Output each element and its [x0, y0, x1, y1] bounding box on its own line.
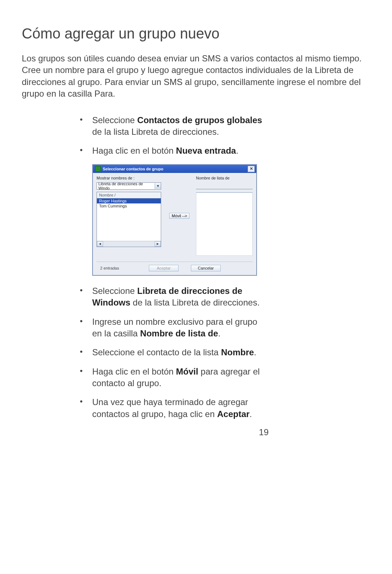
scroll-right-icon[interactable]: ► — [155, 241, 161, 247]
bullet-2: • Haga clic en el botón Nueva entrada. — [80, 145, 269, 157]
bullet-4: • Ingrese un nombre exclusivo para el gr… — [80, 316, 269, 340]
scroll-left-icon[interactable]: ◄ — [97, 241, 103, 247]
cancel-button[interactable]: Cancelar — [191, 265, 221, 271]
label-show-names: Mostrar nombres de : — [97, 176, 161, 180]
list-item[interactable]: Roger Hastings — [97, 198, 161, 203]
bullet-text: Haga clic en el botón Móvil para agregar… — [92, 366, 269, 389]
address-book-dropdown[interactable]: Libreta de direcciones de Windo ▼ — [97, 182, 161, 190]
bullet-text: Seleccione Libreta de direcciones de Win… — [92, 285, 269, 309]
bullet-1: • Seleccione Contactos de grupos globale… — [80, 114, 269, 138]
dialog-titlebar[interactable]: Seleccionar contactos de grupo ✕ — [93, 165, 256, 173]
dropdown-value: Libreta de direcciones de Windo — [98, 182, 155, 190]
app-icon — [95, 166, 101, 172]
bullet-dot: • — [80, 396, 92, 420]
bullet-7: • Una vez que haya terminado de agregar … — [80, 396, 269, 420]
bullet-text: Seleccione Contactos de grupos globales … — [92, 114, 269, 138]
horizontal-scrollbar[interactable]: ◄ ► — [97, 241, 161, 247]
entry-count: 2 entradas — [100, 266, 136, 270]
bullet-5: • Seleccione el contacto de la lista Nom… — [80, 347, 269, 358]
bullet-dot: • — [80, 366, 92, 389]
close-icon[interactable]: ✕ — [248, 166, 255, 172]
bullet-6: • Haga clic en el botón Móvil para agreg… — [80, 366, 269, 389]
names-listbox[interactable]: Nombre / Roger Hastings Tom Cummings ◄ ► — [97, 192, 161, 247]
bullet-dot: • — [80, 145, 92, 157]
bullet-dot: • — [80, 285, 92, 309]
mobile-add-button[interactable]: Móvil --> — [169, 213, 189, 219]
bullet-text: Seleccione el contacto de la lista Nombr… — [92, 347, 269, 358]
accept-button[interactable]: Aceptar — [149, 265, 179, 271]
destination-listbox[interactable] — [196, 192, 253, 256]
intro-paragraph: Los grupos son útiles cuando desea envia… — [22, 53, 370, 100]
instruction-list: • Seleccione Contactos de grupos globale… — [80, 114, 269, 438]
list-name-input[interactable] — [196, 182, 253, 189]
dialog-select-group-contacts: Seleccionar contactos de grupo ✕ Mostrar… — [92, 164, 257, 276]
list-item[interactable]: Tom Cummings — [97, 203, 161, 209]
bullet-3: • Seleccione Libreta de direcciones de W… — [80, 285, 269, 309]
bullet-text: Una vez que haya terminado de agregar co… — [92, 396, 269, 420]
bullet-dot: • — [80, 316, 92, 340]
bullet-dot: • — [80, 347, 92, 358]
page-title: Cómo agregar un grupo nuevo — [22, 25, 370, 42]
chevron-down-icon[interactable]: ▼ — [155, 183, 161, 189]
names-column-header[interactable]: Nombre / — [97, 192, 161, 198]
dialog-title: Seleccionar contactos de grupo — [103, 167, 163, 171]
label-list-name: Nombre de lista de — [196, 176, 253, 180]
bullet-text: Haga clic en el botón Nueva entrada. — [92, 145, 269, 157]
bullet-text: Ingrese un nombre exclusivo para el grup… — [92, 316, 269, 340]
bullet-dot: • — [80, 114, 92, 138]
page-number: 19 — [80, 427, 269, 437]
